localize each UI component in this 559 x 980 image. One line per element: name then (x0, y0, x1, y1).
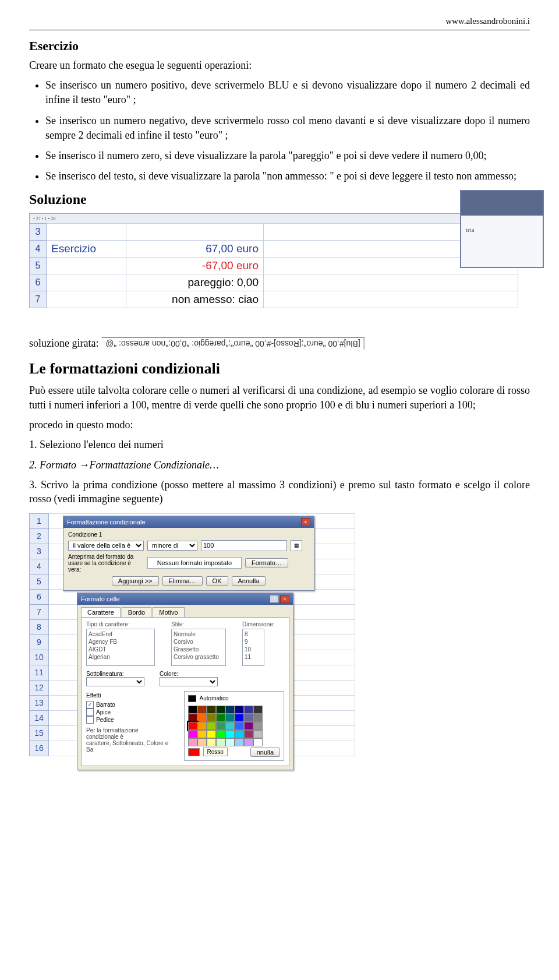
color-swatch[interactable] (207, 706, 216, 714)
color-swatch[interactable] (216, 706, 225, 714)
row-header[interactable]: 8 (30, 619, 49, 634)
color-swatch[interactable] (216, 738, 225, 746)
color-swatch[interactable] (244, 714, 253, 722)
automatic-color-button[interactable]: Automatico (188, 695, 280, 702)
size-listbox[interactable]: 8 9 10 11 (242, 629, 264, 666)
row-header[interactable]: 4 (30, 559, 49, 574)
cell[interactable] (126, 224, 264, 241)
color-swatch[interactable] (197, 714, 207, 722)
row-header[interactable]: 5 (30, 258, 47, 274)
color-swatch[interactable] (235, 714, 244, 722)
row-header[interactable]: 13 (30, 695, 49, 710)
row-header[interactable]: 7 (30, 291, 47, 308)
color-swatch[interactable] (216, 722, 225, 730)
style-listbox[interactable]: Normale Corsivo Grassetto Corsivo grasse… (171, 629, 226, 666)
color-swatch[interactable] (207, 738, 216, 746)
cell[interactable] (47, 258, 126, 274)
row-header[interactable]: 12 (30, 680, 49, 695)
color-swatch[interactable] (253, 706, 263, 714)
color-swatch[interactable] (235, 706, 244, 714)
cell[interactable] (264, 291, 518, 308)
delete-condition-button[interactable]: Elimina… (162, 576, 203, 586)
color-select[interactable] (160, 677, 218, 686)
condition-operator-select[interactable]: minore di (147, 541, 197, 551)
row-header[interactable]: 5 (30, 574, 49, 589)
row-header[interactable]: 9 (30, 634, 49, 650)
row-header[interactable]: 3 (30, 224, 47, 241)
color-swatch[interactable] (253, 714, 263, 722)
row-header[interactable]: 15 (30, 725, 49, 741)
color-swatch[interactable] (225, 730, 235, 738)
color-swatch[interactable] (244, 730, 253, 738)
color-swatch[interactable] (216, 730, 225, 738)
cell[interactable] (47, 224, 126, 241)
row-header[interactable]: 14 (30, 710, 49, 725)
color-swatch[interactable] (207, 730, 216, 738)
underline-select[interactable] (86, 677, 144, 686)
strikeout-checkbox[interactable]: ✓Barrato (86, 701, 171, 708)
color-swatch[interactable] (188, 722, 197, 730)
row-header[interactable]: 6 (30, 274, 47, 291)
cancel-button[interactable]: Annulla (232, 576, 266, 586)
condition-value-input[interactable] (201, 540, 287, 551)
color-swatch[interactable] (188, 730, 197, 738)
format-button[interactable]: Formato… (245, 558, 288, 567)
close-icon[interactable]: × (301, 518, 310, 526)
cell-label[interactable]: Esercizio (47, 241, 126, 258)
size-label: Dimensione: (242, 621, 275, 628)
tab-pattern[interactable]: Motivo (153, 607, 184, 617)
cell[interactable] (47, 274, 126, 291)
row-header[interactable]: 3 (30, 544, 49, 559)
cell[interactable] (264, 274, 518, 291)
superscript-checkbox[interactable]: Apice (86, 708, 171, 716)
color-swatch[interactable] (225, 738, 235, 746)
ok-button[interactable]: OK (206, 576, 228, 586)
cell-value-blue[interactable]: 67,00 euro (126, 241, 264, 258)
color-swatch[interactable] (235, 730, 244, 738)
color-swatch[interactable] (244, 738, 253, 746)
color-swatch[interactable] (253, 738, 263, 746)
color-swatch[interactable] (188, 714, 197, 722)
color-swatch[interactable] (225, 706, 235, 714)
color-swatch[interactable] (225, 714, 235, 722)
color-swatch[interactable] (244, 722, 253, 730)
row-header[interactable]: 10 (30, 650, 49, 665)
cell-value[interactable]: pareggio: 0,00 (126, 274, 264, 291)
row-header[interactable]: 4 (30, 241, 47, 258)
color-swatch[interactable] (188, 738, 197, 746)
close-icon[interactable]: × (280, 595, 289, 603)
font-listbox[interactable]: AcadEref Agency FB AIGDT Algerian (86, 629, 155, 666)
cell-value[interactable]: non amesso: ciao (126, 291, 264, 308)
color-swatch-popup: Automatico Rosso nnulla (184, 691, 284, 761)
row-header[interactable]: 16 (30, 741, 49, 756)
range-picker-icon[interactable]: ▦ (291, 540, 302, 551)
color-swatch[interactable] (207, 722, 216, 730)
row-header[interactable]: 7 (30, 604, 49, 619)
row-header[interactable]: 2 (30, 528, 49, 544)
color-swatch[interactable] (216, 714, 225, 722)
cell[interactable] (47, 291, 126, 308)
color-swatch[interactable] (253, 730, 263, 738)
tab-border[interactable]: Bordo (122, 607, 151, 617)
row-header[interactable]: 11 (30, 665, 49, 680)
color-swatch[interactable] (235, 738, 244, 746)
color-swatch[interactable] (253, 722, 263, 730)
color-swatch[interactable] (244, 706, 253, 714)
color-swatch[interactable] (197, 706, 207, 714)
row-header[interactable]: 1 (30, 513, 49, 528)
color-swatch[interactable] (188, 706, 197, 714)
cancel-button[interactable]: nnulla (250, 748, 280, 757)
row-header[interactable]: 6 (30, 589, 49, 604)
condition-target-select[interactable]: il valore della cella è (68, 541, 144, 551)
cell-value-red[interactable]: -67,00 euro (126, 258, 264, 274)
add-condition-button[interactable]: Aggiungi >> (112, 576, 159, 586)
subscript-checkbox[interactable]: Pedice (86, 716, 171, 724)
color-swatch[interactable] (197, 722, 207, 730)
tab-font[interactable]: Carattere (81, 607, 121, 617)
color-swatch[interactable] (207, 714, 216, 722)
color-swatch[interactable] (235, 722, 244, 730)
color-swatch[interactable] (197, 730, 207, 738)
color-swatch[interactable] (197, 738, 207, 746)
color-swatch[interactable] (225, 722, 235, 730)
help-icon[interactable]: ? (270, 595, 279, 603)
